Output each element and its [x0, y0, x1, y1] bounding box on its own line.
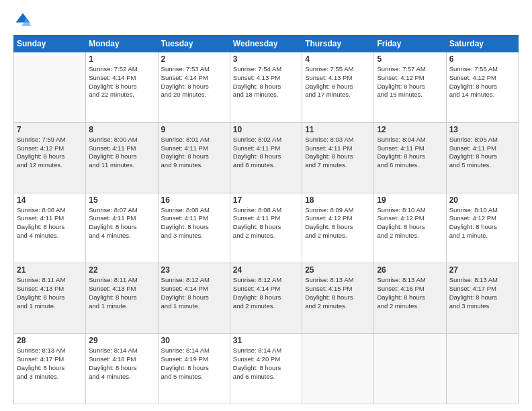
calendar-cell: 10Sunrise: 8:02 AM Sunset: 4:11 PM Dayli… — [230, 122, 302, 193]
day-number: 9 — [161, 125, 227, 134]
day-info: Sunrise: 7:52 AM Sunset: 4:14 PM Dayligh… — [89, 65, 154, 99]
day-info: Sunrise: 8:00 AM Sunset: 4:11 PM Dayligh… — [89, 136, 154, 170]
calendar-cell: 28Sunrise: 8:13 AM Sunset: 4:17 PM Dayli… — [14, 334, 86, 404]
day-info: Sunrise: 8:13 AM Sunset: 4:16 PM Dayligh… — [377, 276, 443, 310]
calendar-cell: 7Sunrise: 7:59 AM Sunset: 4:12 PM Daylig… — [14, 122, 86, 193]
day-info: Sunrise: 7:54 AM Sunset: 4:13 PM Dayligh… — [233, 65, 299, 99]
day-number: 18 — [305, 195, 371, 205]
day-number: 29 — [89, 336, 154, 345]
calendar-cell: 20Sunrise: 8:10 AM Sunset: 4:12 PM Dayli… — [446, 193, 518, 263]
day-info: Sunrise: 8:04 AM Sunset: 4:11 PM Dayligh… — [377, 136, 443, 170]
calendar-cell: 12Sunrise: 8:04 AM Sunset: 4:11 PM Dayli… — [374, 122, 446, 193]
day-number: 22 — [89, 265, 154, 275]
day-info: Sunrise: 8:09 AM Sunset: 4:12 PM Dayligh… — [305, 206, 371, 240]
day-number: 20 — [449, 195, 515, 205]
calendar-cell: 19Sunrise: 8:10 AM Sunset: 4:12 PM Dayli… — [374, 193, 446, 263]
day-info: Sunrise: 7:57 AM Sunset: 4:12 PM Dayligh… — [377, 65, 443, 99]
day-number: 6 — [449, 54, 515, 64]
calendar-cell: 1Sunrise: 7:52 AM Sunset: 4:14 PM Daylig… — [86, 52, 158, 123]
day-number: 8 — [89, 125, 154, 134]
day-number: 21 — [17, 265, 83, 275]
calendar-cell: 27Sunrise: 8:13 AM Sunset: 4:17 PM Dayli… — [446, 263, 518, 334]
weekday-header-sunday: Sunday — [14, 36, 86, 52]
calendar-cell — [374, 334, 446, 404]
day-number: 2 — [161, 54, 227, 64]
day-number: 11 — [305, 125, 371, 134]
calendar-cell: 14Sunrise: 8:06 AM Sunset: 4:11 PM Dayli… — [14, 193, 86, 263]
day-info: Sunrise: 8:10 AM Sunset: 4:12 PM Dayligh… — [449, 206, 515, 240]
day-info: Sunrise: 8:07 AM Sunset: 4:11 PM Dayligh… — [89, 206, 154, 240]
weekday-header-friday: Friday — [374, 36, 446, 52]
calendar-week-row: 14Sunrise: 8:06 AM Sunset: 4:11 PM Dayli… — [14, 193, 519, 263]
day-info: Sunrise: 8:12 AM Sunset: 4:14 PM Dayligh… — [233, 276, 299, 310]
day-info: Sunrise: 8:11 AM Sunset: 4:13 PM Dayligh… — [89, 276, 154, 310]
calendar-week-row: 1Sunrise: 7:52 AM Sunset: 4:14 PM Daylig… — [14, 52, 519, 123]
day-number: 10 — [233, 125, 299, 134]
logo — [13, 11, 35, 30]
weekday-header-wednesday: Wednesday — [230, 36, 302, 52]
day-number: 4 — [305, 54, 371, 64]
day-info: Sunrise: 8:01 AM Sunset: 4:11 PM Dayligh… — [161, 136, 227, 170]
logo-icon — [13, 11, 32, 30]
calendar-cell: 6Sunrise: 7:58 AM Sunset: 4:12 PM Daylig… — [446, 52, 518, 123]
calendar-cell: 17Sunrise: 8:08 AM Sunset: 4:11 PM Dayli… — [230, 193, 302, 263]
day-number: 13 — [449, 125, 515, 134]
calendar-week-row: 28Sunrise: 8:13 AM Sunset: 4:17 PM Dayli… — [14, 334, 519, 404]
day-number: 26 — [377, 265, 443, 275]
calendar-cell: 5Sunrise: 7:57 AM Sunset: 4:12 PM Daylig… — [374, 52, 446, 123]
day-info: Sunrise: 8:13 AM Sunset: 4:17 PM Dayligh… — [449, 276, 515, 310]
day-info: Sunrise: 8:13 AM Sunset: 4:15 PM Dayligh… — [305, 276, 371, 310]
day-number: 27 — [449, 265, 515, 275]
calendar-cell: 31Sunrise: 8:14 AM Sunset: 4:20 PM Dayli… — [230, 334, 302, 404]
day-info: Sunrise: 8:02 AM Sunset: 4:11 PM Dayligh… — [233, 136, 299, 170]
calendar-cell: 18Sunrise: 8:09 AM Sunset: 4:12 PM Dayli… — [302, 193, 374, 263]
day-info: Sunrise: 8:06 AM Sunset: 4:11 PM Dayligh… — [17, 206, 83, 240]
day-info: Sunrise: 8:11 AM Sunset: 4:13 PM Dayligh… — [17, 276, 83, 310]
calendar-cell: 22Sunrise: 8:11 AM Sunset: 4:13 PM Dayli… — [86, 263, 158, 334]
day-number: 17 — [233, 195, 299, 205]
day-info: Sunrise: 8:14 AM Sunset: 4:19 PM Dayligh… — [161, 347, 227, 381]
weekday-header-row: SundayMondayTuesdayWednesdayThursdayFrid… — [14, 36, 519, 52]
calendar-cell: 4Sunrise: 7:55 AM Sunset: 4:13 PM Daylig… — [302, 52, 374, 123]
header — [13, 11, 519, 30]
calendar-week-row: 21Sunrise: 8:11 AM Sunset: 4:13 PM Dayli… — [14, 263, 519, 334]
day-number: 3 — [233, 54, 299, 64]
calendar-cell: 25Sunrise: 8:13 AM Sunset: 4:15 PM Dayli… — [302, 263, 374, 334]
day-info: Sunrise: 8:14 AM Sunset: 4:18 PM Dayligh… — [89, 347, 154, 381]
calendar-cell: 16Sunrise: 8:08 AM Sunset: 4:11 PM Dayli… — [158, 193, 230, 263]
day-number: 25 — [305, 265, 371, 275]
day-number: 1 — [89, 54, 154, 64]
calendar-cell: 21Sunrise: 8:11 AM Sunset: 4:13 PM Dayli… — [14, 263, 86, 334]
calendar-cell: 30Sunrise: 8:14 AM Sunset: 4:19 PM Dayli… — [158, 334, 230, 404]
calendar-cell: 13Sunrise: 8:05 AM Sunset: 4:11 PM Dayli… — [446, 122, 518, 193]
weekday-header-saturday: Saturday — [446, 36, 518, 52]
calendar-cell: 24Sunrise: 8:12 AM Sunset: 4:14 PM Dayli… — [230, 263, 302, 334]
day-number: 15 — [89, 195, 154, 205]
day-number: 14 — [17, 195, 83, 205]
calendar-table: SundayMondayTuesdayWednesdayThursdayFrid… — [13, 35, 519, 404]
calendar-cell — [446, 334, 518, 404]
calendar-cell: 2Sunrise: 7:53 AM Sunset: 4:14 PM Daylig… — [158, 52, 230, 123]
calendar-cell: 3Sunrise: 7:54 AM Sunset: 4:13 PM Daylig… — [230, 52, 302, 123]
day-info: Sunrise: 7:58 AM Sunset: 4:12 PM Dayligh… — [449, 65, 515, 99]
calendar-cell: 9Sunrise: 8:01 AM Sunset: 4:11 PM Daylig… — [158, 122, 230, 193]
day-number: 28 — [17, 336, 83, 345]
day-info: Sunrise: 8:13 AM Sunset: 4:17 PM Dayligh… — [17, 347, 83, 381]
day-info: Sunrise: 8:14 AM Sunset: 4:20 PM Dayligh… — [233, 347, 299, 381]
calendar-cell: 15Sunrise: 8:07 AM Sunset: 4:11 PM Dayli… — [86, 193, 158, 263]
day-info: Sunrise: 8:08 AM Sunset: 4:11 PM Dayligh… — [161, 206, 227, 240]
day-number: 12 — [377, 125, 443, 134]
day-info: Sunrise: 7:59 AM Sunset: 4:12 PM Dayligh… — [17, 136, 83, 170]
day-number: 16 — [161, 195, 227, 205]
calendar-cell: 23Sunrise: 8:12 AM Sunset: 4:14 PM Dayli… — [158, 263, 230, 334]
day-info: Sunrise: 8:05 AM Sunset: 4:11 PM Dayligh… — [449, 136, 515, 170]
weekday-header-tuesday: Tuesday — [158, 36, 230, 52]
calendar-cell: 29Sunrise: 8:14 AM Sunset: 4:18 PM Dayli… — [86, 334, 158, 404]
calendar-cell — [302, 334, 374, 404]
day-info: Sunrise: 7:55 AM Sunset: 4:13 PM Dayligh… — [305, 65, 371, 99]
weekday-header-monday: Monday — [86, 36, 158, 52]
calendar-cell — [14, 52, 86, 123]
weekday-header-thursday: Thursday — [302, 36, 374, 52]
calendar-week-row: 7Sunrise: 7:59 AM Sunset: 4:12 PM Daylig… — [14, 122, 519, 193]
day-number: 7 — [17, 125, 83, 134]
